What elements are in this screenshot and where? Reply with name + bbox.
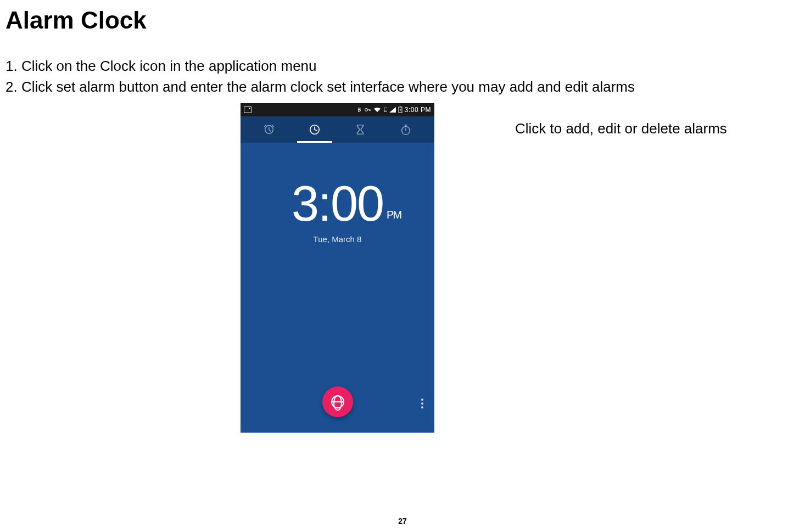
tab-timer[interactable] [354,123,367,136]
bluetooth-icon [357,107,362,113]
page-title: Alarm Clock [0,0,805,34]
tab-stopwatch[interactable] [399,123,412,136]
vpn-key-icon [365,107,371,113]
globe-icon [331,395,344,408]
clock-time-value: 3:00 [292,176,383,231]
instructions-block: 1. Click on the Clock icon in the applic… [0,34,805,97]
network-type-label: E [383,107,387,113]
screenshot-notification-icon [244,107,251,113]
status-time: 3:00 PM [405,106,431,114]
clock-ampm: PM [387,209,401,221]
overflow-dot-icon [421,399,423,401]
status-left [244,107,251,113]
world-clock-fab[interactable] [322,387,353,417]
signal-icon [389,107,396,113]
annotation-text: Click to add, edit or delete alarms [515,120,727,138]
status-bar: E 3:00 PM [241,103,434,116]
page-number: 27 [398,517,407,525]
overflow-dot-icon [421,402,423,405]
tab-bar [241,116,434,143]
battery-charging-icon [398,107,402,113]
tab-alarm[interactable] [262,123,276,136]
clock-display: 3:00 PM Tue, March 8 [241,143,434,244]
overflow-menu-button[interactable] [421,399,423,408]
tab-clock[interactable] [308,123,321,136]
phone-screenshot: E 3:00 PM 3:00 PM Tue, March 8 [241,103,434,433]
instruction-step-2: 2. Click set alarm button and enter the … [5,77,805,98]
wifi-icon [373,107,381,113]
instruction-step-1: 1. Click on the Clock icon in the applic… [5,56,805,77]
svg-point-0 [365,109,368,111]
clock-time: 3:00 PM [292,176,383,232]
clock-date: Tue, March 8 [241,234,434,244]
svg-rect-2 [400,107,401,107]
overflow-dot-icon [421,406,423,408]
status-right: E 3:00 PM [357,106,431,114]
